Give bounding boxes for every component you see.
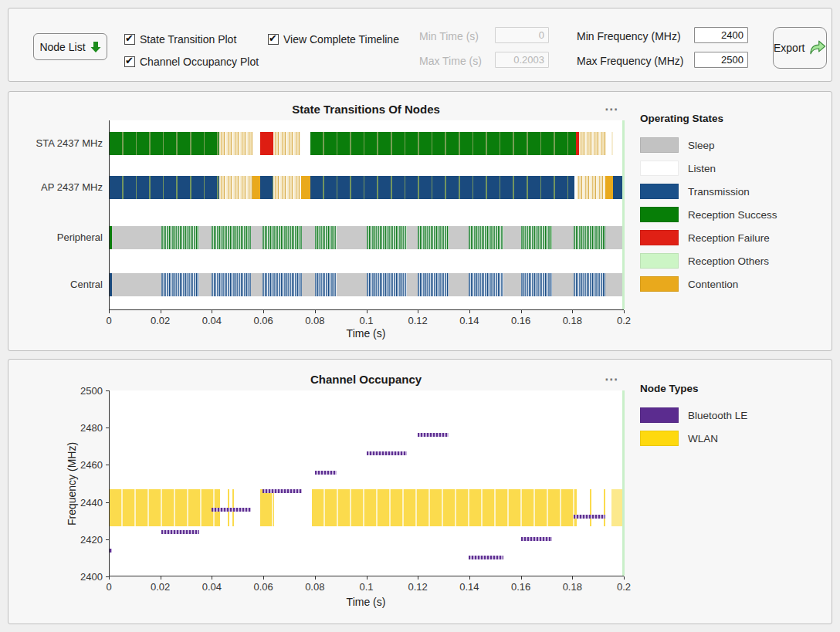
operating-states-legend: Operating States SleepListenTransmission… (640, 113, 777, 296)
checkbox-icon (268, 34, 279, 45)
x-tick-label: 0 (106, 581, 111, 593)
state-segment (301, 176, 310, 199)
x-tick (212, 576, 212, 580)
x-tick (624, 576, 625, 580)
x-tick-label: 0.1 (359, 315, 373, 326)
state-segment (260, 132, 273, 155)
legend-item: Transmission (640, 180, 777, 203)
x-tick (469, 576, 470, 580)
state-segment (418, 226, 449, 249)
legend-title: Node Types (640, 383, 747, 394)
x-tick (315, 310, 316, 313)
toolbar: Node List State Transition Plot Channel … (8, 8, 832, 82)
bluetooth-le-segment (574, 515, 605, 519)
legend-item: Listen (640, 157, 777, 180)
state-segment (273, 176, 300, 199)
wlan-segment (590, 489, 591, 526)
checkbox-view-complete-timeline[interactable]: View Complete Timeline (268, 33, 399, 46)
max-time-label: Max Time (s) (419, 55, 482, 67)
bluetooth-le-segment (212, 508, 251, 512)
state-segment (367, 273, 408, 296)
state-segment (212, 273, 251, 296)
legend-item: Contention (640, 272, 777, 296)
legend-label: Listen (688, 163, 716, 174)
state-segment (521, 273, 552, 296)
state-segment (110, 226, 112, 249)
state-segment (212, 226, 251, 249)
legend-item: Reception Failure (640, 226, 777, 249)
state-segment (161, 273, 199, 296)
bluetooth-le-segment (367, 451, 408, 455)
export-button[interactable]: Export (773, 27, 827, 69)
checkbox-label: State Transition Plot (140, 33, 236, 46)
state-segment (469, 273, 503, 296)
x-tick-label: 0.12 (408, 581, 428, 593)
row-label: AP 2437 MHz (8, 181, 103, 193)
state-transitions-plot-area (109, 120, 624, 310)
legend-item: Reception Others (640, 249, 777, 272)
min-frequency-label: Min Frequency (MHz) (577, 30, 681, 42)
x-tick-label: 0.14 (459, 581, 479, 593)
x-tick-label: 0.2 (617, 315, 631, 326)
x-tick (469, 310, 470, 313)
state-segment (367, 226, 408, 249)
checkbox-icon (124, 34, 135, 45)
state-segment (110, 273, 112, 296)
max-frequency-input[interactable] (694, 52, 748, 68)
legend-item: WLAN (640, 427, 747, 450)
min-frequency-input[interactable] (694, 27, 748, 43)
x-tick (212, 310, 212, 313)
y-tick-label: 2420 (72, 534, 103, 546)
legend-item: Bluetooth LE (640, 404, 747, 427)
legend-title: Operating States (640, 113, 777, 124)
legend-label: WLAN (688, 433, 718, 444)
timeline-end-marker (622, 390, 625, 576)
max-time-input (495, 52, 549, 68)
state-plot-title: State Transitions Of Nodes (292, 103, 440, 116)
wlan-segment (110, 489, 220, 526)
y-tick (106, 539, 109, 540)
x-tick (263, 576, 264, 580)
x-tick (109, 310, 110, 313)
state-segment (219, 176, 252, 199)
min-time-input (495, 27, 549, 43)
axes-toolbar-menu[interactable]: ⋯ (605, 106, 619, 113)
state-segment (252, 176, 260, 199)
legend-swatch (640, 207, 679, 222)
x-tick (367, 310, 368, 313)
x-tick (572, 576, 573, 580)
state-segment (315, 273, 337, 296)
x-tick (263, 310, 264, 313)
x-tick-label: 0.1 (359, 581, 373, 593)
checkbox-state-transition-plot[interactable]: State Transition Plot (124, 33, 236, 46)
x-tick-label: 0.08 (305, 581, 324, 593)
legend-label: Transmission (688, 186, 750, 198)
y-tick (106, 428, 109, 428)
x-tick (367, 576, 368, 580)
x-tick-label: 0.18 (563, 581, 582, 593)
state-segment (260, 176, 273, 199)
channel-occupancy-plot-area (109, 390, 624, 576)
x-tick (521, 310, 522, 313)
node-list-button[interactable]: Node List (33, 33, 107, 60)
x-tick (161, 576, 161, 580)
state-segment (469, 226, 503, 249)
state-segment (161, 226, 199, 249)
x-tick-label: 0.04 (202, 315, 222, 326)
x-tick (521, 576, 522, 580)
x-tick-label: 0.06 (253, 581, 273, 593)
legend-swatch (640, 230, 679, 245)
wlan-segment (260, 489, 273, 526)
state-row (110, 132, 625, 155)
legend-item: Sleep (640, 133, 777, 157)
y-tick (106, 390, 109, 391)
checkbox-channel-occupancy-plot[interactable]: Channel Occupancy Plot (124, 56, 259, 68)
state-segment (577, 176, 605, 199)
state-segment (262, 226, 302, 249)
axes-toolbar-menu[interactable]: ⋯ (605, 376, 619, 384)
legend-swatch (640, 407, 679, 423)
x-tick-label: 0.16 (511, 581, 530, 593)
row-label: STA 2437 MHz (8, 137, 103, 149)
bluetooth-le-segment (418, 433, 449, 437)
state-row (110, 176, 625, 199)
